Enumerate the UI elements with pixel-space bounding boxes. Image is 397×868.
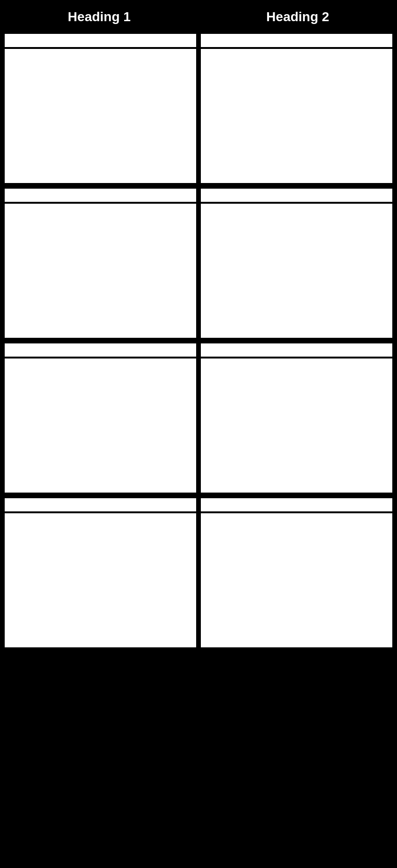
page-container: Heading 1 Heading 2	[0, 0, 397, 868]
thin-cell-3-left	[5, 343, 196, 357]
thin-cell-1-right	[201, 34, 392, 47]
heading-1: Heading 1	[0, 7, 198, 27]
thick-row-2	[0, 202, 397, 343]
thick-cell-4-left	[5, 513, 196, 647]
row-group-3	[0, 343, 397, 498]
heading-2: Heading 2	[198, 7, 397, 27]
thin-cell-2-right	[201, 189, 392, 202]
thin-row-2	[0, 189, 397, 202]
row-group-1	[0, 34, 397, 189]
thick-cell-1-right	[201, 49, 392, 183]
thick-cell-4-right	[201, 513, 392, 647]
thick-row-3	[0, 357, 397, 498]
thin-row-4	[0, 498, 397, 511]
thick-cell-2-left	[5, 204, 196, 338]
thick-row-1	[0, 47, 397, 189]
header-row: Heading 1 Heading 2	[0, 0, 397, 34]
thick-cell-3-right	[201, 358, 392, 493]
thick-cell-1-left	[5, 49, 196, 183]
thin-row-3	[0, 343, 397, 357]
thick-row-4	[0, 511, 397, 653]
thin-cell-1-left	[5, 34, 196, 47]
row-group-2	[0, 189, 397, 343]
thin-row-1	[0, 34, 397, 47]
thin-cell-3-right	[201, 343, 392, 357]
thin-cell-4-right	[201, 498, 392, 511]
thin-cell-2-left	[5, 189, 196, 202]
thick-cell-2-right	[201, 204, 392, 338]
content-area	[0, 34, 397, 868]
row-group-4	[0, 498, 397, 653]
thin-cell-4-left	[5, 498, 196, 511]
thick-cell-3-left	[5, 358, 196, 493]
